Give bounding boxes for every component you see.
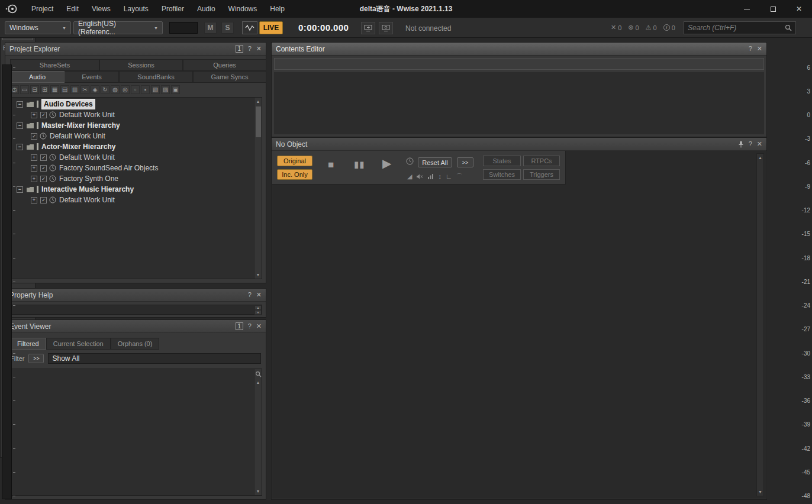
scale-mark: 6 (13, 64, 811, 70)
tick-icon (13, 258, 15, 259)
tick-icon (13, 400, 15, 401)
window-controls: ✕ (734, 0, 812, 18)
info-icon: i (663, 24, 670, 31)
wwise-window: Project Edit Views Layouts Profiler Audi… (0, 0, 812, 504)
scale-value: -30 (17, 350, 811, 357)
scale-mark: -39 (13, 422, 811, 428)
scale-value: -6 (17, 160, 811, 166)
tick-icon (13, 210, 15, 211)
scale-mark: -27 (13, 327, 811, 332)
close-icon[interactable]: ✕ (256, 46, 262, 52)
contents-editor-header[interactable]: Contents Editor ? ✕ (272, 43, 766, 56)
main-toolbar: Windows ▼ English(US) (Referenc... ▼ M S… (0, 18, 812, 38)
connection-status: Not connected (405, 24, 451, 33)
minimize-icon (744, 9, 750, 9)
messages-counter[interactable]: i 0 (663, 24, 675, 31)
menu-profiler[interactable]: Profiler (155, 2, 191, 16)
tick-icon (13, 163, 15, 163)
titlebar: Project Edit Views Layouts Profiler Audi… (0, 0, 812, 18)
sync-group-badge[interactable]: 1 (236, 45, 243, 53)
scale-value: -9 (17, 183, 811, 190)
capture-button[interactable] (242, 21, 257, 34)
close-button[interactable]: ✕ (786, 0, 812, 18)
remote-platforms-button[interactable] (361, 22, 375, 34)
scale-value: 3 (17, 88, 811, 95)
peak-meter: 6 3 0 -3 -6 -9 -12 -15 -18 -21 -24 -27 -… (2, 64, 811, 499)
panel-title: Project Explorer (9, 45, 60, 53)
platform-select-value: Windows (9, 24, 38, 32)
maximize-button[interactable] (760, 0, 786, 18)
tick-icon (13, 234, 15, 234)
warnings-counter[interactable]: ⚠ 0 (646, 24, 657, 31)
time-display: 0:00:00.000 (298, 22, 349, 33)
platform-shortcut-field[interactable] (169, 22, 198, 34)
tick-icon (13, 424, 15, 425)
scale-mark: -42 (13, 445, 811, 451)
scale-mark: -21 (13, 279, 811, 285)
wwise-logo-icon (5, 2, 18, 15)
mute-button[interactable]: M (204, 22, 217, 34)
scale-mark: -48 (13, 493, 811, 499)
language-select[interactable]: English(US) (Referenc... ▼ (73, 21, 163, 34)
project-explorer-header[interactable]: Project Explorer 1 ? ✕ (5, 43, 266, 56)
scale-value: 0 (17, 112, 811, 118)
tick-icon (13, 472, 15, 473)
menu-project[interactable]: Project (25, 2, 60, 16)
menu-views[interactable]: Views (85, 2, 117, 16)
scale-mark: 3 (13, 88, 811, 94)
errors-counter[interactable]: ⊗ 0 (628, 24, 639, 31)
cleared-counter[interactable]: ✕ 0 (611, 24, 621, 31)
scale-value: -36 (17, 398, 811, 404)
warnings-count: 0 (653, 24, 657, 31)
search-input[interactable] (688, 24, 785, 32)
messages-count: 0 (672, 24, 675, 31)
scale-mark: -18 (13, 255, 811, 261)
cleared-count: 0 (618, 24, 621, 31)
menu-edit[interactable]: Edit (60, 2, 85, 16)
scale-mark: -36 (13, 398, 811, 404)
tick-icon (13, 377, 15, 377)
tick-icon (13, 496, 15, 496)
tick-icon (13, 186, 15, 187)
errors-count: 0 (636, 24, 639, 31)
menu-layouts[interactable]: Layouts (117, 2, 155, 16)
scale-value: -3 (17, 135, 811, 142)
solo-button[interactable]: S (221, 22, 234, 34)
scale-mark: -3 (13, 136, 811, 142)
tick-icon (13, 138, 15, 139)
tick-icon (13, 329, 15, 329)
scale-value: -18 (17, 255, 811, 261)
menu-audio[interactable]: Audio (191, 2, 222, 16)
tick-icon (13, 353, 15, 354)
scale-mark: -30 (13, 350, 811, 356)
panel-title: Contents Editor (276, 45, 325, 53)
clear-icon: ✕ (611, 24, 616, 31)
scale-mark: -9 (13, 183, 811, 189)
scale-value: 6 (17, 64, 811, 71)
menu-help[interactable]: Help (263, 2, 291, 16)
help-icon[interactable]: ? (749, 46, 752, 52)
scale-value: -12 (17, 207, 811, 214)
error-icon: ⊗ (628, 24, 633, 31)
scale-mark: -6 (13, 160, 811, 166)
tick-icon (13, 305, 15, 306)
close-icon[interactable]: ✕ (757, 46, 762, 52)
connect-button[interactable] (379, 22, 393, 34)
remote-connect-icon (382, 24, 390, 32)
chevron-down-icon: ▼ (57, 26, 66, 30)
minimize-button[interactable] (734, 0, 760, 18)
scale-mark: -45 (13, 470, 811, 476)
chevron-down-icon: ▼ (149, 26, 158, 30)
tick-icon (13, 91, 15, 92)
live-button[interactable]: LIVE (259, 21, 283, 34)
help-icon[interactable]: ? (248, 46, 252, 52)
maximize-icon (771, 7, 776, 12)
scale-value: -21 (17, 279, 811, 285)
tick-icon (13, 115, 15, 115)
platform-select[interactable]: Windows ▼ (5, 21, 71, 34)
remote-monitor-icon (364, 24, 372, 32)
menu-windows[interactable]: Windows (222, 2, 264, 16)
search-icon[interactable] (785, 24, 792, 31)
scale-value: -15 (17, 231, 811, 237)
scale-mark: -24 (13, 303, 811, 309)
